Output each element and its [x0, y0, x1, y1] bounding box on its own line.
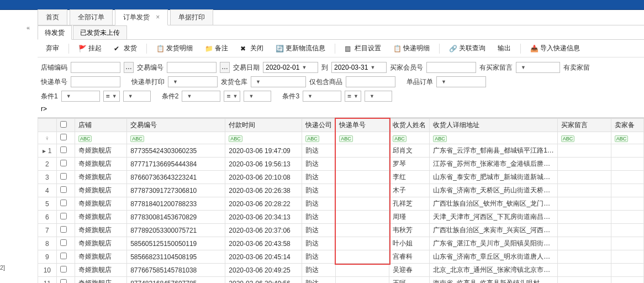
row-checkbox[interactable] — [60, 186, 67, 193]
cond3-op[interactable]: =▼ — [345, 91, 361, 102]
ship-button[interactable]: ✔发货 — [109, 41, 142, 55]
hasbuyermsg-combo[interactable]: ▼ — [516, 62, 560, 73]
rel-query-button[interactable]: 🔗关联查询 — [444, 41, 490, 55]
auto-filter-row[interactable]: ♀ ABC ABC ABC ABC ABC ABC ABC ABC ABC — [38, 132, 644, 144]
filter-badge[interactable]: ABC — [615, 135, 629, 142]
filter-badge[interactable]: ABC — [433, 135, 447, 142]
import-icon: 📥 — [530, 45, 538, 53]
buyerid-input[interactable] — [426, 62, 476, 73]
table-row[interactable]: 5奇姬旗舰店8778184012007882332020-03-06 20:28… — [38, 197, 644, 211]
select-all-checkbox[interactable] — [60, 121, 67, 128]
col-recvaddr[interactable]: 收货人详细地址 — [430, 119, 558, 132]
cond1-op[interactable]: =▼ — [103, 91, 120, 102]
row-checkbox[interactable] — [60, 279, 67, 283]
shopcode-lookup-button[interactable]: … — [124, 62, 134, 73]
subtab-shipped-unsync[interactable]: 已发货未上传 — [73, 25, 127, 39]
tradedate-to[interactable]: 2020-03-31▼ — [331, 62, 387, 73]
row-checkbox[interactable] — [60, 160, 67, 166]
cell-paytime: 2020-03-06 20:37:06 — [225, 224, 302, 237]
filter-badge[interactable]: ABC — [305, 135, 319, 142]
import-courier-button[interactable]: 📥导入快递信息 — [525, 41, 585, 55]
table-row[interactable]: 10奇姬旗舰店8776675851457810382020-03-06 20:4… — [38, 264, 644, 277]
label-buyerid: 买家会员号 — [390, 63, 423, 72]
cond3-val[interactable]: ▼ — [365, 91, 392, 102]
col-sellermsg[interactable]: 卖家备 — [611, 119, 643, 132]
tab-print[interactable]: 单据打印 — [170, 9, 213, 25]
table-row[interactable]: 3奇姬旗舰店8766073636432232412020-03-06 20:10… — [38, 171, 644, 184]
remark-button[interactable]: 📁备注 — [200, 41, 233, 55]
filter-badge[interactable]: ABC — [393, 135, 407, 142]
row-checkbox[interactable] — [60, 200, 67, 206]
cond1-field[interactable]: ▼ — [61, 91, 100, 102]
ship-detail-button[interactable]: 📋发货明细 — [151, 41, 198, 55]
hold-button[interactable]: 🚩挂起 — [73, 41, 107, 55]
row-checkbox[interactable] — [60, 146, 67, 153]
filter-badge[interactable]: ABC — [229, 135, 242, 142]
printed-combo[interactable]: ▼ — [168, 76, 218, 87]
cell-shop: 奇姬旗舰店 — [75, 184, 126, 197]
tab-ship-orders[interactable]: 订单发货 × — [115, 9, 168, 25]
col-courier[interactable]: 快递公司 — [302, 119, 336, 132]
col-trackno[interactable]: 快递单号 — [336, 119, 389, 132]
label-cond3: 条件3 — [282, 92, 299, 101]
row-checkbox[interactable] — [60, 226, 67, 233]
orders-grid[interactable]: 店铺 交易编号 付款时间 快递公司 快递单号 收货人姓名 收货人详细地址 买家留… — [38, 118, 644, 283]
tab-home[interactable]: 首页 — [38, 9, 67, 25]
export-button[interactable]: 输出 — [493, 41, 516, 55]
cond2-field[interactable]: ▼ — [182, 91, 220, 102]
row-checkbox[interactable] — [60, 239, 67, 246]
table-row[interactable]: ▸ 1奇姬旗舰店8773554243030602352020-03-06 19:… — [38, 144, 644, 158]
col-tradeno[interactable]: 交易编号 — [127, 119, 225, 132]
subtab-pending[interactable]: 待发货 — [38, 25, 72, 40]
cell-paytime: 2020-03-06 20:26:38 — [225, 184, 302, 197]
trackno-input[interactable] — [71, 76, 120, 87]
table-row[interactable]: 8奇姬旗舰店5856051251500501192020-03-06 20:43… — [38, 237, 644, 250]
col-recvname[interactable]: 收货人姓名 — [389, 119, 430, 132]
col-index[interactable] — [38, 119, 57, 132]
column-settings-button[interactable]: ▥栏目设置 — [340, 41, 386, 55]
filter-badge[interactable]: ABC — [78, 135, 92, 142]
tradeno-input[interactable] — [167, 62, 217, 73]
onlygoods-input[interactable] — [346, 76, 395, 87]
filter-badge[interactable]: ABC — [130, 135, 144, 142]
tradedate-from[interactable]: 2020-02-01▼ — [263, 62, 318, 73]
reject-button[interactable]: 弃审 — [41, 41, 64, 55]
col-paytime[interactable]: 付款时间 — [225, 119, 302, 132]
cond2-op[interactable]: =▼ — [224, 91, 240, 102]
refresh-logistics-button[interactable]: 🔄更新物流信息 — [271, 41, 330, 55]
cell-tradeno: 877873091727306810 — [127, 184, 225, 197]
table-row[interactable]: 11奇姬旗舰店8774831684576977852020-03-06 20:4… — [38, 277, 644, 284]
collapse-sidebar-icon[interactable]: « — [27, 24, 30, 31]
cond2-val[interactable]: ▼ — [244, 91, 271, 102]
filter-checkbox[interactable] — [60, 134, 67, 140]
table-row[interactable]: 2奇姬旗舰店8777171366954443842020-03-06 19:56… — [38, 158, 644, 171]
filter-badge[interactable]: ABC — [561, 135, 575, 142]
cond3-field[interactable]: ▼ — [303, 91, 341, 102]
close-icon[interactable]: × — [156, 13, 160, 21]
table-row[interactable]: 6奇姬旗舰店8778300814536708292020-03-06 20:34… — [38, 211, 644, 224]
singleorder-combo[interactable]: ▼ — [436, 76, 486, 87]
table-row[interactable]: 7奇姬旗舰店8778920533000757212020-03-06 20:37… — [38, 224, 644, 237]
col-buyermsg[interactable]: 买家留言 — [557, 119, 611, 132]
tab-all-orders[interactable]: 全部订单 — [70, 9, 113, 25]
cell-recvname: 孔祥芝 — [389, 197, 430, 211]
cell-courier: 韵达 — [302, 264, 336, 277]
col-shop[interactable]: 店铺 — [75, 119, 126, 132]
cond1-val[interactable]: ▼ — [123, 91, 151, 102]
courier-detail-button[interactable]: 📋快递明细 — [388, 41, 435, 55]
cell-buyermsg — [557, 277, 611, 284]
shipwh-combo[interactable]: ▼ — [251, 76, 306, 87]
filter-badge[interactable]: ABC — [339, 135, 353, 142]
cell-trackno — [336, 211, 389, 224]
tradeno-lookup-button[interactable]: … — [220, 62, 230, 73]
shopcode-input[interactable] — [71, 62, 120, 73]
row-checkbox[interactable] — [60, 173, 67, 180]
row-checkbox[interactable] — [60, 266, 67, 272]
table-row[interactable]: 9奇姬旗舰店5856682311045081952020-03-06 20:45… — [38, 250, 644, 264]
table-row[interactable]: 4奇姬旗舰店8778730917273068102020-03-06 20:26… — [38, 184, 644, 197]
col-check[interactable] — [56, 119, 75, 132]
close-button[interactable]: ✖关闭 — [235, 41, 268, 55]
row-checkbox[interactable] — [60, 253, 67, 259]
main-tabs: 首页 全部订单 订单发货 × 单据打印 — [38, 10, 644, 25]
row-checkbox[interactable] — [60, 213, 67, 219]
